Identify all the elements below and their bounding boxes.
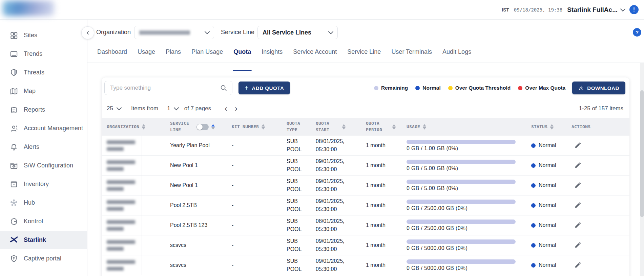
prev-page-button[interactable]: ‹ [223, 105, 229, 113]
service-line-dropdown[interactable]: All Service Lines [257, 26, 338, 39]
organization-cell-redacted [107, 180, 170, 191]
main-header: Organization Service Line All Service Li… [87, 19, 644, 47]
column-header-status[interactable]: STATUS [531, 124, 572, 130]
actions-cell [572, 201, 619, 210]
app-logo[interactable] [3, 1, 54, 16]
sidebar-item-hub[interactable]: Hub [0, 193, 87, 212]
sidebar-item-account-management[interactable]: Account Management [0, 119, 87, 138]
status-dot-icon [531, 163, 536, 168]
column-header-quota-start[interactable]: QUOTA START [316, 120, 366, 133]
sidebar-item-sites[interactable]: Sites [0, 26, 87, 45]
kit-number-cell: - [232, 202, 287, 208]
legend-label: Remaining [381, 85, 408, 91]
sidebar-nav: SitesTrendsThreatsMapReportsAccount Mana… [0, 19, 87, 276]
edit-pencil-icon [574, 221, 582, 229]
quota-start-cell: 09/01/2025,05:30:00 [316, 197, 366, 213]
edit-quota-button[interactable] [574, 181, 582, 190]
sort-icon[interactable] [392, 124, 396, 130]
status-label: Normal [539, 242, 556, 248]
sidebar-item-starlink[interactable]: Starlink [0, 231, 87, 249]
scrollbar-thumb[interactable] [640, 90, 644, 217]
sort-icon[interactable] [142, 124, 145, 130]
kit-number-cell: - [232, 262, 287, 268]
notification-badge-icon[interactable]: ! [629, 5, 639, 14]
tab-insights[interactable]: Insights [261, 47, 283, 63]
sort-icon[interactable] [211, 124, 215, 130]
usage-bar [407, 220, 516, 224]
sidebar-item-reports[interactable]: Reports [0, 100, 87, 119]
status-cell: Normal [531, 182, 572, 188]
status-label: Normal [539, 162, 556, 168]
page-size-select[interactable]: 25 [107, 105, 121, 112]
tab-service-line[interactable]: Service Line [347, 47, 381, 63]
add-quota-button[interactable]: + ADD QUOTA [238, 82, 290, 94]
column-header-organization[interactable]: ORGANIZATION [107, 124, 170, 130]
status-label: Normal [539, 142, 556, 148]
organization-cell-redacted [107, 160, 170, 171]
column-header-service-line[interactable]: SERVICE LINE [170, 120, 232, 133]
sort-icon[interactable] [262, 124, 265, 130]
tab-user-terminals[interactable]: User Terminals [391, 47, 433, 63]
kit-number-cell: - [232, 142, 287, 148]
sidebar-item-threats[interactable]: Threats [0, 63, 87, 82]
sidebar-item-map[interactable]: Map [0, 82, 87, 100]
quota-type-cell: SUBPOOL [287, 257, 316, 273]
column-header-kit-number[interactable]: KIT NUMBER [232, 124, 287, 130]
edit-quota-button[interactable] [574, 141, 582, 151]
tab-usage[interactable]: Usage [137, 47, 156, 63]
actions-cell [572, 221, 619, 230]
tab-service-account[interactable]: Service Account [292, 47, 337, 63]
sort-icon[interactable] [550, 124, 554, 130]
sidebar-item-label: Captive portal [24, 255, 61, 262]
service-line-cell: scsvcs [170, 262, 232, 268]
service-line-cell: Pool 2.5TB 123 [170, 222, 232, 228]
sidebar-item-alerts[interactable]: Alerts [0, 138, 87, 156]
tab-dashboard[interactable]: Dashboard [97, 47, 128, 63]
help-button[interactable]: ? [633, 28, 641, 37]
column-header-quota-type[interactable]: QUOTA TYPE [287, 120, 316, 133]
kit-number-cell: - [232, 182, 287, 188]
sidebar-item-captive-portal[interactable]: Captive portal [0, 249, 87, 268]
next-page-button[interactable]: › [233, 105, 239, 113]
sidebar-item-trends[interactable]: Trends [0, 45, 87, 63]
edit-quota-button[interactable] [574, 221, 582, 230]
sort-icon[interactable] [342, 124, 346, 130]
column-header-quota-period[interactable]: QUOTA PERIOD [366, 120, 407, 133]
sidebar-item-kontrol[interactable]: Kontrol [0, 212, 87, 231]
sidebar-item-s-w-configuration[interactable]: S/W Configuration [0, 156, 87, 175]
table-row: New Pool 1-SUBPOOL09/01/2025,05:30:001 m… [102, 176, 629, 196]
usage-bar [407, 239, 516, 244]
quota-period-cell: 1 month [366, 142, 407, 148]
tab-plans[interactable]: Plans [165, 47, 182, 63]
download-button[interactable]: DOWNLOAD [572, 82, 625, 94]
page-select[interactable]: 1 [167, 105, 178, 112]
actions-cell [572, 181, 619, 190]
tab-plan-usage[interactable]: Plan Usage [191, 47, 224, 63]
column-header-usage[interactable]: USAGE [407, 124, 531, 130]
back-button[interactable] [81, 26, 94, 39]
table-row: Pool 2.5TB 123-SUBPOOL08/01/2025,05:30:0… [102, 215, 629, 235]
service-line-label: Service Line [221, 29, 254, 36]
sidebar-item-label: Kontrol [24, 218, 43, 225]
edit-quota-button[interactable] [574, 240, 582, 250]
quota-start-cell: 09/01/2025,05:30:00 [316, 237, 366, 253]
service-line-toggle[interactable] [196, 124, 209, 130]
sw-configuration-icon [9, 161, 18, 170]
edit-quota-button[interactable] [574, 161, 582, 170]
sort-icon[interactable] [423, 124, 426, 130]
kit-number-cell: - [232, 222, 287, 228]
timezone-label[interactable]: IST [502, 7, 509, 13]
search-input[interactable] [109, 84, 216, 92]
edit-quota-button[interactable] [574, 260, 582, 270]
account-dropdown[interactable]: Starlink FullAc... [567, 6, 625, 14]
tab-quota[interactable]: Quota [233, 47, 252, 63]
tab-audit-logs[interactable]: Audit Logs [442, 47, 472, 63]
organization-cell-redacted [107, 220, 170, 231]
organization-dropdown[interactable] [134, 26, 214, 39]
organization-cell-redacted [107, 260, 170, 271]
edit-quota-button[interactable] [574, 201, 582, 210]
status-cell: Normal [531, 222, 572, 228]
table-row: scsvcs-SUBPOOL09/01/2025,05:30:001 month… [102, 235, 629, 255]
sidebar-item-inventory[interactable]: Inventory [0, 175, 87, 193]
topbar: IST 09/18/2025, 19:38 Starlink FullAc...… [0, 0, 644, 20]
